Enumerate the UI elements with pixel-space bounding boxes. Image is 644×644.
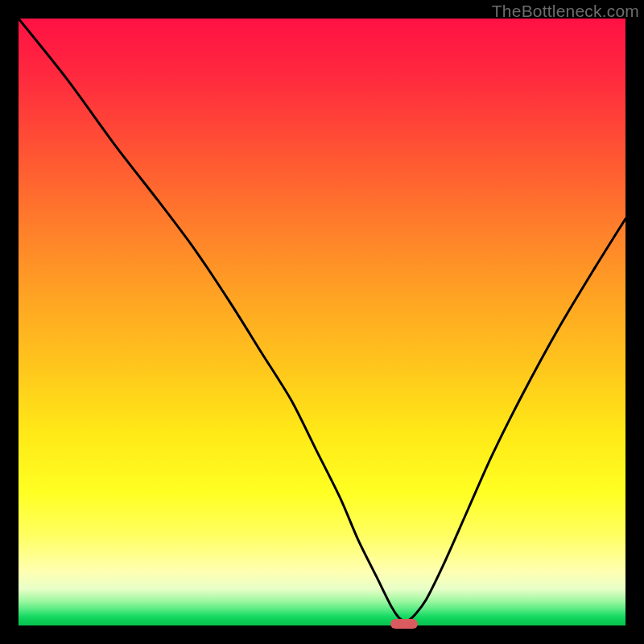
optimal-range-marker: [390, 619, 418, 629]
curve-svg: [19, 19, 625, 625]
plot-area: [19, 19, 625, 625]
bottleneck-curve-path: [19, 19, 625, 621]
chart-frame: TheBottleneck.com: [0, 0, 644, 644]
